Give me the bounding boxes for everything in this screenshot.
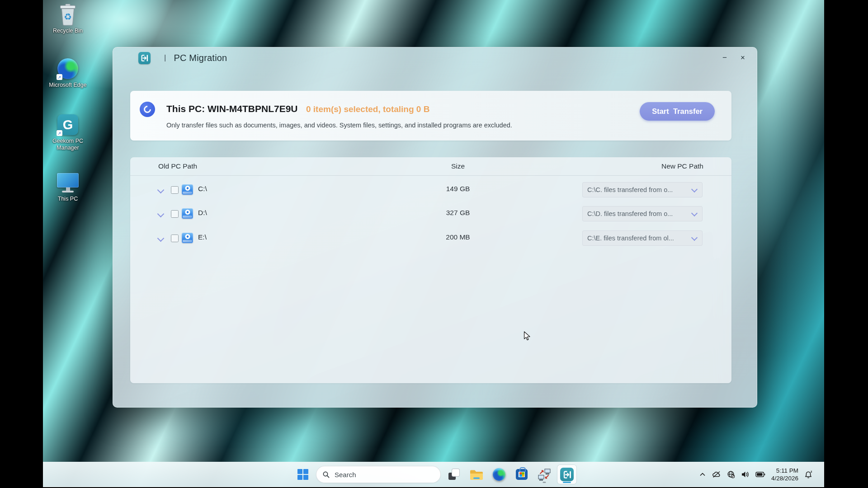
drive-icon <box>182 184 193 195</box>
table-row-d-drive[interactable]: D:\ 327 GB C:\D. files transfered from o… <box>130 202 731 225</box>
onedrive-offline-icon[interactable] <box>712 471 721 478</box>
edge-icon: ↗ <box>56 57 80 80</box>
desktop-icon-this-pc[interactable]: This PC <box>43 171 97 202</box>
shortcut-arrow-icon: ↗ <box>57 130 62 136</box>
new-path-dropdown[interactable]: C:\D. files transfered from o... <box>582 206 703 221</box>
desktop-icon-recycle-bin[interactable]: ♻ Recycle Bin <box>43 3 97 34</box>
new-path-value: C:\C. files transfered from o... <box>582 186 692 193</box>
chevron-down-icon <box>691 210 698 216</box>
drive-path-label: D:\ <box>198 209 207 217</box>
drive-icon <box>182 233 193 243</box>
app-logo-icon <box>138 52 151 64</box>
desktop: ♻ Recycle Bin ↗ Microsoft Edge G ↗ Geeko… <box>43 0 824 487</box>
start-button[interactable] <box>293 465 312 484</box>
column-new-pc-path: New PC Path <box>661 162 703 170</box>
geekom-icon: G ↗ <box>56 113 80 136</box>
window-title: PC Migration <box>174 53 227 63</box>
tray-date: 4/28/2026 <box>771 474 798 482</box>
new-path-value: C:\E. files transfered from ol... <box>582 235 692 242</box>
tray-chevron-up-icon[interactable] <box>699 471 706 478</box>
running-indicator <box>543 482 546 483</box>
column-size: Size <box>429 162 487 170</box>
edge-button[interactable] <box>490 465 509 484</box>
pc-transfer-icon <box>538 468 551 481</box>
search-label: Search <box>335 471 356 479</box>
drive-size-label: 200 MB <box>429 233 487 241</box>
drive-size-label: 327 GB <box>429 209 487 217</box>
titlebar-separator: | <box>164 53 166 62</box>
desktop-icon-geekom-pc-manager[interactable]: G ↗ Geekom PC Manager <box>43 113 97 151</box>
pc-migration-taskbar-button[interactable] <box>557 465 576 484</box>
file-explorer-button[interactable] <box>467 465 486 484</box>
taskbar: Search <box>43 462 824 487</box>
new-path-value: C:\D. files transfered from o... <box>582 210 692 217</box>
tray-time: 5:11 PM <box>771 467 798 474</box>
start-transfer-button[interactable]: Start Transfer <box>640 102 715 121</box>
table-header: Old PC Path Size New PC Path <box>130 157 731 176</box>
recycle-bin-icon: ♻ <box>56 3 80 26</box>
pc-migration-window: | PC Migration − × This PC: WIN-M4TBPNL7… <box>113 47 757 408</box>
active-indicator <box>563 482 571 483</box>
notification-bell-icon[interactable]: z <box>804 470 813 479</box>
edge-icon <box>493 468 505 481</box>
close-button[interactable]: × <box>735 51 750 65</box>
column-old-pc-path: Old PC Path <box>158 162 197 170</box>
chevron-down-icon <box>691 186 698 192</box>
search-box[interactable]: Search <box>316 466 441 483</box>
new-path-dropdown[interactable]: C:\E. files transfered from ol... <box>582 230 703 246</box>
desktop-icon-label: This PC <box>46 196 90 202</box>
transfer-note: Only transfer files such as documents, i… <box>166 122 512 129</box>
row-checkbox[interactable] <box>171 210 179 218</box>
this-pc-icon <box>56 171 80 194</box>
network-offline-icon[interactable] <box>727 470 735 479</box>
desktop-icon-label: Recycle Bin <box>46 28 90 34</box>
drive-path-label: C:\ <box>198 185 207 193</box>
window-titlebar[interactable]: | PC Migration − × <box>113 47 757 68</box>
this-pc-ring-icon <box>140 102 155 117</box>
drive-table-card: Old PC Path Size New PC Path C:\ 149 GB … <box>130 157 731 383</box>
chevron-down-icon <box>691 234 698 240</box>
windows-logo-icon <box>297 469 308 480</box>
microsoft-store-button[interactable] <box>512 465 531 484</box>
selection-summary-label: 0 item(s) selected, totaling 0 B <box>306 104 429 114</box>
store-icon <box>516 469 528 480</box>
svg-text:z: z <box>811 470 812 473</box>
shortcut-arrow-icon: ↗ <box>57 74 62 80</box>
table-row-c-drive[interactable]: C:\ 149 GB C:\C. files transfered from o… <box>130 178 731 202</box>
pc-name-label: This PC: WIN-M4TBPNL7E9U <box>166 103 298 114</box>
desktop-icon-microsoft-edge[interactable]: ↗ Microsoft Edge <box>43 57 97 89</box>
row-checkbox[interactable] <box>171 235 179 242</box>
folder-icon <box>469 469 484 481</box>
drive-icon <box>182 208 193 219</box>
new-path-dropdown[interactable]: C:\C. files transfered from o... <box>582 182 703 197</box>
row-checkbox[interactable] <box>171 186 179 194</box>
battery-icon[interactable] <box>755 471 765 478</box>
search-icon <box>322 471 330 479</box>
chevron-down-icon[interactable] <box>157 211 165 218</box>
volume-icon[interactable] <box>741 471 750 478</box>
clock[interactable]: 5:11 PM 4/28/2026 <box>771 467 798 482</box>
drive-size-label: 149 GB <box>429 185 487 193</box>
desktop-icon-label: Microsoft Edge <box>46 82 90 89</box>
pc-migration-icon <box>560 468 574 481</box>
desktop-icon-label: Geekom PC Manager <box>46 138 90 151</box>
minimize-button[interactable]: − <box>717 51 732 65</box>
table-row-e-drive[interactable]: E:\ 200 MB C:\E. files transfered from o… <box>130 226 731 250</box>
summary-card: This PC: WIN-M4TBPNL7E9U 0 item(s) selec… <box>130 91 731 141</box>
chevron-down-icon[interactable] <box>157 187 165 194</box>
svg-text:♻: ♻ <box>64 12 72 22</box>
drive-path-label: E:\ <box>198 233 207 241</box>
task-view-button[interactable] <box>444 465 463 484</box>
chevron-down-icon[interactable] <box>157 235 165 242</box>
pc-transfer-tool-button[interactable] <box>535 465 554 484</box>
